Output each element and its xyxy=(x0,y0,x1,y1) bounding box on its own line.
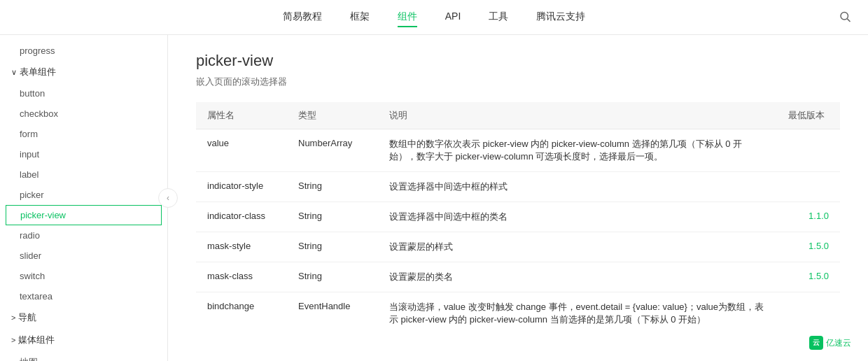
attr-version xyxy=(777,292,840,335)
sidebar-item-picker[interactable]: picker xyxy=(0,185,167,205)
page-title: picker-view xyxy=(196,52,840,70)
attributes-table: 属性名 类型 说明 最低版本 valueNumberArray数组中的数字依次表… xyxy=(196,102,840,334)
attr-name: value xyxy=(196,129,287,172)
table-row: indicator-styleString设置选择器中间选中框的样式 xyxy=(196,172,840,202)
table-row: mask-styleString设置蒙层的样式1.5.0 xyxy=(196,232,840,262)
top-navigation: 简易教程 框架 组件 API 工具 腾讯云支持 xyxy=(0,0,868,35)
sidebar: progress ∨ 表单组件 button checkbox form inp… xyxy=(0,35,168,361)
attr-type: String xyxy=(287,172,378,202)
attr-name: indicator-class xyxy=(196,202,287,232)
sidebar-item-form[interactable]: form xyxy=(0,124,167,144)
table-row: indicator-classString设置选择器中间选中框的类名1.1.0 xyxy=(196,202,840,232)
arrow-right-media-icon: > xyxy=(11,336,15,344)
sidebar-item-button[interactable]: button xyxy=(0,83,167,104)
table-row: mask-classString设置蒙层的类名1.5.0 xyxy=(196,262,840,292)
attr-version: 1.1.0 xyxy=(777,202,840,232)
sidebar-group-media[interactable]: > 媒体组件 xyxy=(0,329,167,351)
arrow-right-icon: > xyxy=(11,313,15,322)
sidebar-group-form-label: 表单组件 xyxy=(20,66,56,78)
col-header-version: 最低版本 xyxy=(777,102,840,129)
attr-desc: 当滚动选择，value 改变时触发 change 事件，event.detail… xyxy=(378,292,777,335)
table-row: valueNumberArray数组中的数字依次表示 picker-view 内… xyxy=(196,129,840,172)
sidebar-item-map[interactable]: 地图 xyxy=(0,351,167,361)
sidebar-item-switch[interactable]: switch xyxy=(0,266,167,286)
attr-type: String xyxy=(287,232,378,262)
nav-tutorial[interactable]: 简易教程 xyxy=(283,8,322,27)
attr-type: EventHandle xyxy=(287,292,378,335)
attr-desc: 数组中的数字依次表示 picker-view 内的 picker-view-co… xyxy=(378,129,777,172)
col-header-desc: 说明 xyxy=(378,102,777,129)
nav-api[interactable]: API xyxy=(445,8,461,27)
arrow-down-icon: ∨ xyxy=(11,68,17,77)
sidebar-group-nav-label: 导航 xyxy=(18,311,36,324)
attr-desc: 设置选择器中间选中框的样式 xyxy=(378,172,777,202)
sidebar-item-label[interactable]: label xyxy=(0,164,167,185)
sidebar-group-media-label: 媒体组件 xyxy=(18,334,55,346)
attr-version: 1.5.0 xyxy=(777,232,840,262)
nav-components[interactable]: 组件 xyxy=(398,8,417,27)
collapse-arrow-icon: ‹ xyxy=(167,193,169,203)
attr-name: mask-class xyxy=(196,262,287,292)
sidebar-item-checkbox[interactable]: checkbox xyxy=(0,104,167,124)
search-button[interactable] xyxy=(839,10,851,24)
logo-text: 亿速云 xyxy=(826,337,851,349)
nav-framework[interactable]: 框架 xyxy=(350,8,370,27)
attr-version xyxy=(777,129,840,172)
sidebar-group-nav[interactable]: > 导航 xyxy=(0,306,167,329)
attr-desc: 设置选择器中间选中框的类名 xyxy=(378,202,777,232)
attr-type: NumberArray xyxy=(287,129,378,172)
attr-desc: 设置蒙层的样式 xyxy=(378,232,777,262)
nav-tencent[interactable]: 腾讯云支持 xyxy=(536,8,585,27)
col-header-type: 类型 xyxy=(287,102,378,129)
nav-tools[interactable]: 工具 xyxy=(489,8,508,27)
attr-name: indicator-style xyxy=(196,172,287,202)
footer-logo: 云 亿速云 xyxy=(809,336,851,350)
main-content: picker-view 嵌入页面的滚动选择器 属性名 类型 说明 最低版本 va… xyxy=(168,35,868,361)
sidebar-collapse-button[interactable]: ‹ xyxy=(158,188,178,208)
sidebar-item-radio[interactable]: radio xyxy=(0,225,167,246)
col-header-name: 属性名 xyxy=(196,102,287,129)
sidebar-group-form[interactable]: ∨ 表单组件 xyxy=(0,61,167,83)
main-layout: progress ∨ 表单组件 button checkbox form inp… xyxy=(0,35,868,361)
attr-version xyxy=(777,172,840,202)
sidebar-item-input[interactable]: input xyxy=(0,144,167,164)
sidebar-item-slider[interactable]: slider xyxy=(0,246,167,266)
sidebar-item-picker-view[interactable]: picker-view xyxy=(6,205,162,225)
nav-items: 简易教程 框架 组件 API 工具 腾讯云支持 xyxy=(283,8,586,27)
attr-name: bindchange xyxy=(196,292,287,335)
sidebar-item-textarea[interactable]: textarea xyxy=(0,286,167,306)
attr-version: 1.5.0 xyxy=(777,262,840,292)
attr-type: String xyxy=(287,202,378,232)
sidebar-wrapper: progress ∨ 表单组件 button checkbox form inp… xyxy=(0,35,168,361)
attr-desc: 设置蒙层的类名 xyxy=(378,262,777,292)
sidebar-item-progress[interactable]: progress xyxy=(0,41,167,61)
attr-type: String xyxy=(287,262,378,292)
svg-point-0 xyxy=(841,12,848,20)
table-row: bindchangeEventHandle当滚动选择，value 改变时触发 c… xyxy=(196,292,840,335)
attr-name: mask-style xyxy=(196,232,287,262)
svg-line-1 xyxy=(847,18,850,21)
logo-icon: 云 xyxy=(809,336,823,350)
page-description: 嵌入页面的滚动选择器 xyxy=(196,76,840,88)
